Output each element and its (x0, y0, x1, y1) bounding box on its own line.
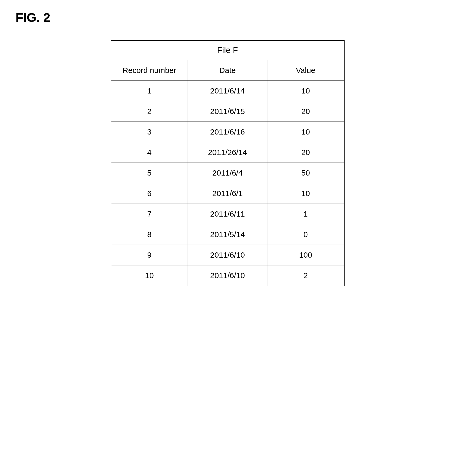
table-row: 102011/6/102 (111, 265, 344, 286)
table-container: File F Record number Date Value 12011/6/… (111, 40, 345, 286)
cell-record: 6 (111, 183, 188, 204)
cell-value: 10 (267, 183, 344, 204)
cell-value: 10 (267, 81, 344, 101)
cell-value: 1 (267, 204, 344, 224)
cell-date: 2011/6/1 (188, 183, 267, 204)
table-row: 92011/6/10100 (111, 245, 344, 265)
cell-date: 2011/6/4 (188, 163, 267, 183)
file-header: File F (111, 41, 344, 60)
cell-date: 2011/6/10 (188, 265, 267, 286)
cell-value: 100 (267, 245, 344, 265)
table-row: 22011/6/1520 (111, 101, 344, 122)
cell-record: 3 (111, 122, 188, 142)
table-row: 82011/5/140 (111, 224, 344, 245)
cell-record: 4 (111, 142, 188, 163)
cell-date: 2011/5/14 (188, 224, 267, 245)
column-header-value: Value (267, 60, 344, 81)
cell-value: 20 (267, 101, 344, 122)
cell-value: 50 (267, 163, 344, 183)
table-row: 42011/26/1420 (111, 142, 344, 163)
column-header-date: Date (188, 60, 267, 81)
cell-record: 9 (111, 245, 188, 265)
cell-date: 2011/6/16 (188, 122, 267, 142)
cell-record: 5 (111, 163, 188, 183)
column-header-record: Record number (111, 60, 188, 81)
figure-title: FIG. 2 (16, 10, 439, 25)
cell-value: 2 (267, 265, 344, 286)
data-table: File F Record number Date Value 12011/6/… (111, 40, 345, 286)
table-row: 62011/6/110 (111, 183, 344, 204)
cell-date: 2011/6/11 (188, 204, 267, 224)
cell-record: 1 (111, 81, 188, 101)
cell-date: 2011/26/14 (188, 142, 267, 163)
cell-value: 20 (267, 142, 344, 163)
cell-record: 8 (111, 224, 188, 245)
table-row: 72011/6/111 (111, 204, 344, 224)
cell-record: 10 (111, 265, 188, 286)
table-row: 32011/6/1610 (111, 122, 344, 142)
cell-record: 7 (111, 204, 188, 224)
cell-date: 2011/6/14 (188, 81, 267, 101)
cell-value: 0 (267, 224, 344, 245)
cell-date: 2011/6/10 (188, 245, 267, 265)
table-row: 52011/6/450 (111, 163, 344, 183)
cell-record: 2 (111, 101, 188, 122)
cell-date: 2011/6/15 (188, 101, 267, 122)
table-row: 12011/6/1410 (111, 81, 344, 101)
cell-value: 10 (267, 122, 344, 142)
